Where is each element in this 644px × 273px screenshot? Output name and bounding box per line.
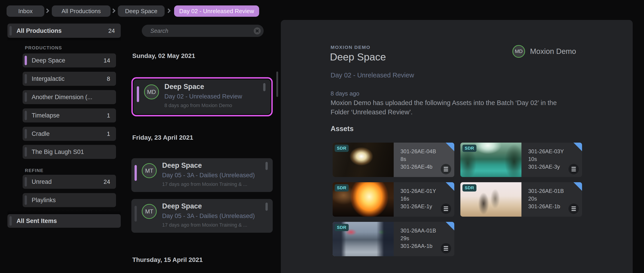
- message-meta: 17 days ago from Moxion Training & ...: [162, 181, 248, 187]
- list-scrollbar[interactable]: [276, 72, 278, 97]
- accent-bar: [25, 129, 27, 139]
- asset-info: 301-26AE-04B 8s 301-26AE-4b: [394, 143, 454, 177]
- new-corner-fold-icon: [446, 143, 454, 151]
- bookmark-icon[interactable]: [263, 83, 266, 91]
- accent-bar: [25, 177, 27, 186]
- asset-card[interactable]: SDR 301-26AA-01B 29s 301-26AA-1b: [333, 222, 454, 256]
- asset-thumbnail: SDR: [333, 182, 394, 217]
- production-name: MOXION DEMO: [330, 45, 370, 50]
- asset-card[interactable]: SDR 301-26AE-04B 8s 301-26AE-4b: [333, 143, 454, 177]
- bookmark-icon[interactable]: [266, 162, 268, 170]
- date-group-header: Sunday, 02 May 2021: [132, 52, 195, 60]
- message-card[interactable]: MT Deep Space Day 05 - 3A - Dailies (Unr…: [132, 158, 273, 192]
- detail-title: Deep Space: [330, 51, 386, 63]
- breadcrumb-label: All Productions: [62, 8, 100, 15]
- sidebar-item-timelapse[interactable]: Timelapse 1: [22, 108, 116, 122]
- scroll-shadow: [8, 38, 121, 42]
- message-card-body: MD Deep Space Day 02 - Unreleased Review…: [134, 80, 270, 114]
- sdr-badge: SDR: [335, 224, 349, 231]
- asset-thumbnail: SDR: [333, 143, 394, 177]
- sender-name: Moxion Demo: [530, 47, 576, 56]
- message-subtitle: Day 05 - 3A - Dailies (Unreleased): [162, 212, 255, 220]
- asset-menu-icon[interactable]: [441, 164, 451, 174]
- clear-search-icon[interactable]: [254, 27, 261, 35]
- sidebar-item-label: All Sent Items: [16, 217, 57, 224]
- breadcrumb-inbox[interactable]: Inbox: [6, 6, 44, 17]
- sidebar-item-label: Unread: [32, 178, 52, 185]
- sidebar-item-label: Playlinks: [32, 197, 56, 204]
- message-meta: 17 days ago from Moxion Training & ...: [162, 222, 248, 228]
- sidebar-item-label: Deep Space: [32, 57, 65, 64]
- asset-menu-icon[interactable]: [441, 203, 451, 214]
- date-group-header: Thursday, 15 April 2021: [132, 256, 202, 263]
- breadcrumb-all-productions[interactable]: All Productions: [52, 6, 110, 17]
- sidebar-item-label: Another Dimension (...: [32, 94, 92, 101]
- unread-count-badge: 8: [107, 75, 110, 82]
- unread-count-badge: 24: [108, 27, 115, 34]
- asset-thumbnail: SDR: [460, 182, 522, 217]
- message-title: Deep Space: [164, 83, 204, 91]
- new-corner-fold-icon: [574, 182, 582, 191]
- sidebar-item-intergalactic[interactable]: Intergalactic 8: [22, 72, 116, 86]
- asset-card[interactable]: SDR 301-26AE-03Y 10s 301-26AE-3y: [460, 143, 582, 177]
- message-subtitle: Day 05 - 3A - Dailies (Unreleased): [162, 172, 255, 179]
- chevron-right-icon: [44, 8, 49, 13]
- sidebar-item-label: All Productions: [16, 27, 62, 34]
- sidebar-item-all-sent-items[interactable]: All Sent Items: [8, 214, 121, 228]
- sidebar-item-all-productions[interactable]: All Productions 24: [8, 24, 121, 38]
- message-subtitle: Day 02 - Unreleased Review: [164, 93, 242, 100]
- sidebar-item-cradle[interactable]: Cradle 1: [22, 127, 116, 141]
- chevron-right-icon: [111, 8, 116, 13]
- asset-card[interactable]: SDR 301-26AE-01B 20s 301-26AE-1b: [460, 182, 582, 217]
- asset-menu-icon[interactable]: [441, 243, 451, 253]
- bookmark-icon[interactable]: [266, 203, 268, 211]
- accent-bar: [25, 147, 27, 157]
- sdr-badge: SDR: [335, 184, 349, 191]
- message-card[interactable]: MT Deep Space Day 05 - 3A - Dailies (Unr…: [132, 199, 273, 233]
- asset-duration: 8s: [400, 155, 454, 163]
- accent-bar: [25, 111, 27, 120]
- unread-accent-bar: [137, 86, 139, 102]
- sidebar-item-unread[interactable]: Unread 24: [22, 175, 116, 189]
- chevron-right-icon: [166, 8, 171, 13]
- avatar: MD: [144, 84, 159, 99]
- sidebar-item-label: Cradle: [32, 130, 50, 137]
- moxion-inbox-app: Inbox All Productions Deep Space Day 02 …: [0, 0, 644, 273]
- sidebar-item-the-big-laugh[interactable]: The Big Laugh S01: [22, 145, 116, 159]
- breadcrumb-deep-space[interactable]: Deep Space: [118, 6, 164, 17]
- unread-count-badge: 1: [107, 112, 110, 119]
- asset-duration: 16s: [400, 195, 454, 203]
- asset-card[interactable]: SDR 301-26AE-01Y 16s 301-26AE-1y: [333, 182, 454, 217]
- breadcrumb-label: Day 02 - Unreleased Review: [179, 8, 254, 15]
- sidebar-item-deep-space[interactable]: Deep Space 14: [22, 53, 116, 68]
- sidebar-item-another-dimension[interactable]: Another Dimension (...: [22, 90, 116, 104]
- new-corner-fold-icon: [574, 143, 582, 151]
- unread-count-badge: 1: [107, 130, 110, 137]
- asset-duration: 10s: [528, 155, 582, 163]
- detail-timestamp: 8 days ago: [330, 90, 359, 97]
- new-corner-fold-icon: [446, 222, 454, 230]
- search-bar: [142, 25, 264, 37]
- scroll-shadow: [8, 210, 121, 214]
- accent-bar: [10, 26, 12, 36]
- sender-info: MD Moxion Demo: [512, 45, 576, 58]
- message-card-selected[interactable]: MD Deep Space Day 02 - Unreleased Review…: [132, 77, 273, 116]
- read-accent-bar: [134, 206, 137, 222]
- asset-menu-icon[interactable]: [568, 203, 579, 214]
- asset-menu-icon[interactable]: [568, 164, 579, 174]
- assets-grid: SDR 301-26AE-04B 8s 301-26AE-4b SDR 301-…: [333, 143, 584, 256]
- avatar: MD: [512, 45, 525, 58]
- accent-bar: [10, 216, 12, 226]
- asset-duration: 29s: [400, 234, 454, 242]
- accent-bar: [25, 56, 27, 65]
- unread-count-badge: 24: [104, 178, 110, 185]
- breadcrumb-current-batch[interactable]: Day 02 - Unreleased Review: [174, 6, 259, 17]
- accent-bar: [25, 92, 27, 102]
- sidebar-item-playlinks[interactable]: Playlinks: [22, 193, 116, 207]
- sidebar-item-label: Timelapse: [32, 112, 60, 119]
- new-corner-fold-icon: [446, 182, 454, 191]
- message-meta: 8 days ago from Moxion Demo: [164, 103, 232, 108]
- avatar: MT: [142, 204, 157, 219]
- detail-subtitle: Day 02 - Unreleased Review: [330, 72, 414, 79]
- search-input[interactable]: [150, 25, 245, 37]
